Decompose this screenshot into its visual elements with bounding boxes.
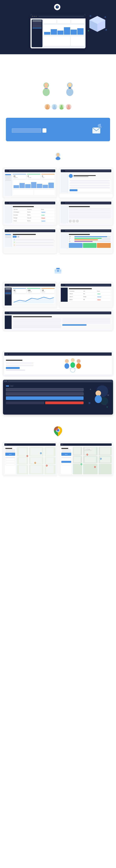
- svg-rect-69: [46, 448, 54, 456]
- svg-point-59: [89, 402, 90, 404]
- svg-rect-75: [46, 466, 54, 473]
- svg-point-6: [105, 17, 106, 18]
- svg-point-46: [71, 358, 75, 362]
- map-screenshots: Search: [0, 440, 116, 478]
- dash-mock-2: [59, 168, 113, 194]
- svg-point-49: [76, 363, 81, 369]
- svg-rect-74: [30, 466, 42, 473]
- reg-social-google[interactable]: [45, 401, 84, 404]
- svg-rect-67: [19, 448, 26, 456]
- svg-rect-72: [46, 458, 54, 464]
- svg-point-60: [107, 406, 108, 407]
- svg-rect-71: [30, 458, 42, 464]
- svg-point-55: [96, 391, 101, 396]
- newsletter-input-row: [12, 128, 89, 133]
- candidate-screenshot-2: [59, 168, 113, 198]
- svg-point-15: [66, 88, 73, 96]
- newsletter-illustration: [89, 122, 104, 137]
- login-mock-card: [3, 351, 113, 376]
- reg-email-field[interactable]: [6, 388, 84, 391]
- avatars-row: [10, 104, 106, 110]
- quote-section: [0, 100, 116, 116]
- svg-rect-68: [30, 448, 42, 456]
- dash-mock-1: 24Applied 8Saved 3Alert: [3, 168, 57, 198]
- svg-point-8: [88, 30, 89, 31]
- candidate-screenshot-4: [59, 200, 113, 226]
- svg-rect-83: [74, 457, 80, 463]
- description-title: [10, 60, 106, 69]
- reg-social-row: [6, 401, 84, 404]
- employer-screenshots-grid: 42Jobs 128Applied 15Hired: [0, 280, 116, 333]
- dash-mock-5: Active All: [3, 228, 57, 253]
- login-feature-title: [6, 338, 110, 342]
- svg-rect-82: [100, 447, 111, 455]
- employer-dashboard-section-header: [0, 259, 116, 280]
- svg-rect-18: [69, 87, 71, 89]
- hero-illustration: [87, 13, 108, 37]
- svg-point-16: [68, 83, 72, 87]
- role-section: [0, 78, 116, 100]
- candidate-screenshot-3: Job Title Company Status UX Designer Tec…: [3, 200, 57, 226]
- svg-rect-85: [100, 457, 111, 463]
- employer-screenshot-3: [3, 310, 113, 331]
- svg-rect-70: [19, 458, 26, 464]
- svg-point-1: [56, 6, 58, 7]
- reg-tab-employer[interactable]: [10, 385, 14, 386]
- candidate-screenshots-grid: 24Applied 8Saved 3Alert: [0, 166, 116, 255]
- svg-point-26: [67, 107, 70, 110]
- employer-dashboard-icon: [53, 265, 63, 275]
- svg-point-50: [70, 368, 75, 372]
- logo-area: [6, 4, 110, 10]
- employer-dash-mock-2: Candidate Job Status John D. Dev Hired J…: [59, 282, 113, 308]
- svg-point-22: [53, 107, 56, 110]
- newsletter-submit-button[interactable]: [43, 128, 46, 133]
- candidate-dashboard-section-header: [0, 145, 116, 166]
- svg-rect-37: [57, 157, 59, 158]
- login-feature-section: [0, 333, 116, 349]
- reg-tabs: [6, 385, 84, 386]
- avatar-4: [66, 104, 71, 110]
- svg-point-20: [46, 107, 49, 110]
- svg-rect-84: [85, 457, 96, 463]
- candidate-role-card: [40, 81, 52, 96]
- svg-rect-73: [19, 466, 26, 473]
- hero-mockup-main: [30, 14, 86, 49]
- svg-point-44: [65, 359, 69, 363]
- svg-point-58: [107, 395, 109, 396]
- svg-point-9: [90, 15, 91, 17]
- avatar-2: [52, 104, 57, 110]
- map-screenshot-2: Search: [59, 442, 113, 476]
- dash-mock-4: [59, 200, 113, 225]
- svg-point-32: [100, 124, 101, 125]
- reg-password-field[interactable]: [6, 392, 84, 395]
- svg-point-56: [95, 395, 102, 403]
- logo-icon: [54, 4, 60, 10]
- svg-rect-42: [57, 270, 59, 272]
- svg-point-57: [90, 389, 91, 390]
- candidate-avatar: [40, 81, 52, 93]
- svg-rect-80: [74, 447, 80, 455]
- employer-dash-mock-3: [3, 310, 113, 331]
- reg-tab-candidate[interactable]: [6, 385, 9, 386]
- reg-submit-button[interactable]: [6, 396, 84, 400]
- svg-point-7: [106, 29, 107, 31]
- reg-background-illustration: [87, 385, 110, 412]
- employer-screenshot-1: 42Jobs 128Applied 15Hired: [3, 282, 57, 308]
- google-maps-icon: [52, 425, 64, 437]
- avatar-1: [45, 104, 50, 110]
- reg-social-candidate[interactable]: [6, 401, 44, 404]
- svg-point-47: [70, 362, 75, 368]
- newsletter-email-input[interactable]: [12, 128, 41, 133]
- employer-dash-mock-1: 42Jobs 128Applied 15Hired: [3, 282, 57, 308]
- registration-card: [3, 380, 113, 414]
- dash-mock-6: HTML CSS JS: [59, 228, 113, 253]
- candidate-screenshot-5: Active All: [3, 228, 57, 253]
- candidate-screenshot-6: HTML CSS JS: [59, 228, 113, 253]
- svg-point-11: [43, 88, 50, 96]
- hero-section: [0, 0, 116, 54]
- employer-role-card: [64, 81, 76, 96]
- svg-point-31: [100, 126, 102, 128]
- avatar-3: [59, 104, 64, 110]
- reg-form-area: [6, 385, 84, 412]
- svg-point-24: [60, 107, 63, 110]
